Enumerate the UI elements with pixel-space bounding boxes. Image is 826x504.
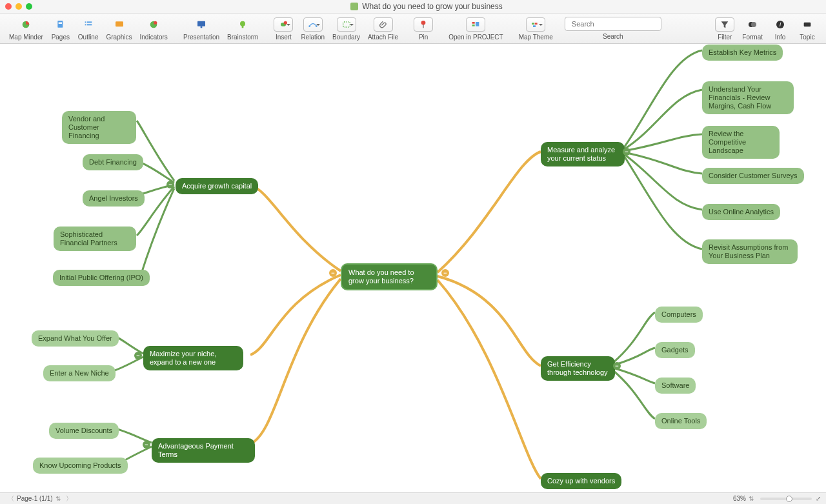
page-stepper-icon[interactable]: ⇅ bbox=[53, 495, 63, 502]
leaf-vendorfinancing[interactable]: Vendor and Customer Financing bbox=[62, 111, 136, 144]
branch-payment-label: Advantageous Payment Terms bbox=[158, 442, 234, 458]
leaf-volumediscounts[interactable]: Volume Discounts bbox=[49, 423, 119, 439]
graphics-button[interactable]: Graphics bbox=[103, 16, 136, 41]
format-label: Format bbox=[742, 34, 763, 41]
toggle-root-right[interactable]: − bbox=[441, 269, 449, 277]
svg-rect-2 bbox=[58, 22, 61, 23]
leaf-computers[interactable]: Computers bbox=[655, 307, 703, 323]
leaf-gadgets[interactable]: Gadgets bbox=[655, 342, 695, 358]
svg-rect-34 bbox=[804, 23, 811, 27]
branch-capital-label: Acquire growth capital bbox=[182, 182, 252, 190]
svg-rect-5 bbox=[87, 21, 92, 23]
relation-button[interactable]: Relation bbox=[297, 16, 328, 41]
branch-payment[interactable]: Advantageous Payment Terms bbox=[152, 438, 255, 463]
toolbar: Map Minder Pages Outline Graphics Indica… bbox=[0, 14, 826, 44]
leaf-newniche[interactable]: Enter a New Niche bbox=[43, 365, 116, 381]
close-icon[interactable] bbox=[5, 3, 12, 10]
page-indicator[interactable]: Page-1 (1/1) bbox=[17, 495, 53, 502]
leaf-competitive[interactable]: Review the Competitive Landscape bbox=[702, 126, 780, 159]
titlebar: What do you need to grow your business bbox=[0, 0, 826, 14]
branch-measure[interactable]: Measure and analyze your current status bbox=[541, 142, 625, 166]
doc-icon bbox=[350, 3, 358, 10]
leaf-ipo[interactable]: Initial Public Offering (IPO) bbox=[53, 270, 150, 286]
pin-button[interactable]: Pin bbox=[410, 16, 437, 41]
filter-button[interactable]: Filter bbox=[711, 16, 738, 41]
boundary-button[interactable]: Boundary bbox=[328, 16, 364, 41]
branch-niche[interactable]: Maximize your niche, expand to a new one bbox=[143, 346, 243, 370]
leaf-financials[interactable]: Understand Your Financials - Review Marg… bbox=[702, 81, 794, 114]
svg-rect-3 bbox=[58, 23, 61, 24]
fullscreen-icon[interactable]: ⤢ bbox=[816, 495, 821, 502]
leaf-metrics[interactable]: Establish Key Metrics bbox=[702, 45, 783, 61]
svg-point-13 bbox=[240, 21, 245, 26]
toggle-efficiency[interactable]: − bbox=[613, 362, 621, 370]
openproject-label: Open in PROJECT bbox=[448, 34, 503, 41]
zoom-value: 63% bbox=[733, 495, 746, 502]
leaf-software[interactable]: Software bbox=[655, 378, 696, 394]
minimize-icon[interactable] bbox=[15, 3, 22, 10]
root-node[interactable]: What do you need to grow your business? bbox=[341, 263, 438, 290]
openproject-button[interactable]: Open in PROJECT bbox=[445, 16, 507, 41]
svg-rect-23 bbox=[472, 25, 475, 26]
insert-button[interactable]: Insert bbox=[270, 16, 297, 41]
toggle-payment[interactable]: − bbox=[143, 441, 150, 449]
branch-efficiency[interactable]: Get Efficiency through technology bbox=[541, 356, 615, 381]
info-button[interactable]: i Info bbox=[767, 16, 794, 41]
svg-rect-14 bbox=[242, 26, 244, 28]
leaf-upcomingproducts[interactable]: Know Upcoming Products bbox=[33, 458, 128, 474]
leaf-analytics[interactable]: Use Online Analytics bbox=[702, 204, 780, 220]
branch-capital[interactable]: Acquire growth capital bbox=[176, 178, 258, 194]
leaf-onlinetools[interactable]: Online Tools bbox=[655, 413, 707, 429]
toggle-measure[interactable]: − bbox=[623, 148, 630, 156]
pages-button[interactable]: Pages bbox=[47, 16, 74, 41]
zoom-icon[interactable] bbox=[26, 3, 32, 10]
presentation-button[interactable]: Presentation bbox=[179, 16, 223, 41]
toggle-root-left[interactable]: − bbox=[329, 269, 337, 277]
topic-button[interactable]: Topic bbox=[794, 16, 821, 41]
maptheme-button[interactable]: Map Theme bbox=[515, 16, 557, 41]
next-page-button[interactable]: 〉 bbox=[63, 494, 75, 503]
presentation-label: Presentation bbox=[183, 34, 219, 41]
branch-efficiency-label: Get Efficiency through technology bbox=[547, 360, 608, 376]
search-box[interactable] bbox=[565, 17, 661, 31]
pin-label: Pin bbox=[419, 34, 428, 41]
leaf-angel[interactable]: Angel Investors bbox=[83, 190, 145, 207]
leaf-financialpartners[interactable]: Sophisticated Financial Partners bbox=[54, 227, 136, 251]
mindmap-canvas[interactable]: What do you need to grow your business? … bbox=[0, 44, 826, 492]
boundary-label: Boundary bbox=[332, 34, 360, 41]
search-label: Search bbox=[603, 33, 623, 40]
branch-vendors[interactable]: Cozy up with vendors bbox=[541, 473, 621, 489]
outline-button[interactable]: Outline bbox=[74, 16, 103, 41]
brainstorm-button[interactable]: Brainstorm bbox=[223, 16, 262, 41]
brainstorm-label: Brainstorm bbox=[227, 34, 258, 41]
svg-rect-12 bbox=[201, 26, 203, 28]
svg-rect-1 bbox=[57, 21, 63, 28]
zoom-slider[interactable] bbox=[760, 498, 812, 500]
svg-rect-22 bbox=[472, 22, 475, 24]
branch-niche-label: Maximize your niche, expand to a new one bbox=[150, 350, 216, 366]
svg-point-20 bbox=[421, 21, 426, 25]
leaf-debtfinancing[interactable]: Debt Financing bbox=[83, 154, 143, 170]
svg-rect-4 bbox=[85, 21, 86, 23]
svg-rect-21 bbox=[423, 25, 423, 28]
svg-rect-6 bbox=[85, 24, 86, 25]
branch-vendors-label: Cozy up with vendors bbox=[547, 477, 615, 485]
leaf-surveys[interactable]: Consider Customer Surveys bbox=[702, 168, 804, 184]
format-button[interactable]: Format bbox=[738, 16, 767, 41]
prev-page-button[interactable]: 〈 bbox=[5, 494, 17, 503]
filter-label: Filter bbox=[718, 34, 732, 41]
toggle-niche[interactable]: − bbox=[134, 352, 142, 359]
mapminder-button[interactable]: Map Minder bbox=[5, 16, 47, 41]
zoom-thumb[interactable] bbox=[786, 496, 792, 502]
toggle-capital[interactable]: − bbox=[166, 181, 174, 188]
svg-rect-8 bbox=[116, 21, 123, 26]
indicators-button[interactable]: Indicators bbox=[136, 16, 172, 41]
attachfile-button[interactable]: Attach File bbox=[364, 16, 402, 41]
relation-label: Relation bbox=[301, 34, 325, 41]
leaf-expandoffer[interactable]: Expand What You Offer bbox=[32, 330, 119, 347]
svg-rect-7 bbox=[87, 24, 92, 25]
search-input[interactable] bbox=[572, 20, 661, 28]
attachfile-label: Attach File bbox=[368, 34, 398, 41]
leaf-assumptions[interactable]: Revisit Assumptions from Your Business P… bbox=[702, 239, 798, 264]
zoom-stepper-icon[interactable]: ⇅ bbox=[746, 495, 756, 502]
